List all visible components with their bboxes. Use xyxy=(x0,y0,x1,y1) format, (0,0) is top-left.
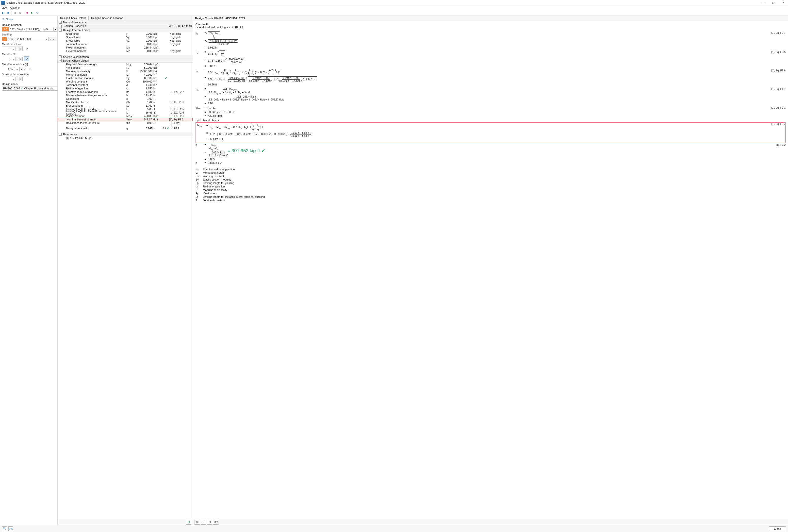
chapter-label: Chapter F xyxy=(196,23,786,26)
table-row: Shear forceVz0.000kipNegligible xyxy=(58,39,193,42)
toolbar: ◧ ▣ ⊞ ⊟ ◉ ◐ ⟲ xyxy=(0,10,788,16)
check-icon: ✓ xyxy=(167,126,170,130)
rtool-2[interactable]: ≡ xyxy=(201,520,206,525)
collapse-icon[interactable]: − xyxy=(59,28,62,32)
table-row: Plastic momentMp,y420.83kipft[1], Eq. F2… xyxy=(58,114,193,118)
section-section-properties[interactable]: + Section Properties W 18x50 | AISC 16 xyxy=(58,24,193,28)
tool-icon-3[interactable]: ⊞ xyxy=(13,11,18,15)
glossary-row: FyYield stress xyxy=(196,192,786,195)
excel-export-button[interactable]: ⊞ xyxy=(186,520,191,525)
expand-icon[interactable]: + xyxy=(59,21,62,24)
member-no-combo[interactable]: 1 ⌄ xyxy=(2,57,16,61)
close-window-button[interactable]: ✕ xyxy=(778,0,788,5)
foot-icon-1[interactable]: 🔍 xyxy=(2,526,7,531)
table-row: Required flexural strengthMr,y266.44kipf… xyxy=(58,63,193,66)
window-title: Design Check Details | Members | Steel D… xyxy=(6,1,85,4)
design-check-label: Design check xyxy=(2,82,55,85)
ms-prev-button[interactable]: ◂ xyxy=(16,46,19,51)
design-situation-label: Design Situation xyxy=(2,23,55,26)
sp-prev-button[interactable]: ◂ xyxy=(16,77,19,81)
section-design-check-values[interactable]: − Design Check Values xyxy=(58,59,193,63)
titlebar: Design Check Details | Members | Steel D… xyxy=(0,0,788,5)
glossary-row: LpLimiting length for yielding xyxy=(196,181,786,185)
stress-point-label: Stress point of section xyxy=(2,73,55,76)
rtool-1[interactable]: ⊞ xyxy=(195,520,200,525)
chevron-down-icon: ⌄ xyxy=(49,28,53,31)
tool-icon-4[interactable]: ⊟ xyxy=(18,11,22,15)
section-references[interactable]: − References xyxy=(58,133,193,136)
tool-icon-7[interactable]: ⟲ xyxy=(35,11,39,15)
glossary-row: EModulus of elasticity xyxy=(196,188,786,192)
load-next-button[interactable]: ▸ xyxy=(52,37,55,41)
minimize-button[interactable]: — xyxy=(759,0,768,5)
app-icon xyxy=(1,1,5,5)
print-button[interactable]: 🖶▾ xyxy=(213,520,218,525)
menu-view[interactable]: View xyxy=(1,6,7,9)
chevron-down-icon: ⌄ xyxy=(12,77,16,80)
mn-next-button[interactable]: ▸ xyxy=(19,57,23,61)
section-design-internal-forces[interactable]: − Design Internal Forces xyxy=(58,28,193,32)
glossary-row: LrLimiting length for inelastic lateral-… xyxy=(196,195,786,198)
ms-pick-icon[interactable]: ↗ xyxy=(24,46,29,51)
maximize-button[interactable]: ▢ xyxy=(768,0,778,5)
table-row: Yield stressFy50.000ksi xyxy=(58,66,193,70)
mid-bottom-toolbar: ⊞ xyxy=(58,519,193,525)
ml-link-icon[interactable]: x|x xyxy=(27,66,33,72)
ml-prev-button[interactable]: ◂ xyxy=(19,67,23,71)
rtool-3[interactable]: ⊟ xyxy=(207,520,212,525)
right-panel: Design Check FF4100 | AISC 360 | 2022 Ch… xyxy=(193,16,788,525)
to-show-header: To Show xyxy=(2,17,55,22)
stress-point-combo[interactable]: -- ⌄ xyxy=(2,77,16,81)
table-row: Flexural momentMz0.00kipftNegligible xyxy=(58,49,193,53)
expand-icon[interactable]: + xyxy=(59,25,62,28)
ratio-row: Design check ratio η 0.865 -- ≤ 1 ✓ [1],… xyxy=(58,126,193,130)
collapse-icon[interactable]: − xyxy=(59,133,62,136)
mid-tabs: Design Check Details Design Checks in Lo… xyxy=(58,16,193,20)
tab-design-checks-in-location[interactable]: Design Checks in Location xyxy=(88,16,126,20)
menu-options[interactable]: Options xyxy=(11,6,20,9)
glossary-row: JTorsional constant xyxy=(196,198,786,202)
left-panel: To Show Design Situation 2.3 DS2 - Secti… xyxy=(0,16,58,525)
collapse-icon[interactable]: − xyxy=(59,59,62,62)
table-row: Elastic section modulusSy88.900in³✓ xyxy=(58,76,193,80)
member-loc-label: Member location x [ft] xyxy=(2,63,55,66)
foot-icon-2[interactable]: 0,00 xyxy=(8,526,13,531)
tool-icon-5[interactable]: ◉ xyxy=(25,11,29,15)
ms-next-button[interactable]: ▸ xyxy=(19,46,23,51)
glossary-row: rtsEffective radius of gyration xyxy=(196,168,786,171)
design-check-combo[interactable]: FF4100 0.865 ✓ Chapter F | Lateral-torsi… xyxy=(2,86,58,91)
member-set-label: Member Set No. xyxy=(2,43,55,45)
ds-prev-button[interactable]: ◂ xyxy=(54,27,57,32)
right-body: Chapter F Lateral-torsional buckling acc… xyxy=(193,21,788,519)
mn-pick-icon[interactable]: ↗ xyxy=(24,56,29,61)
toolbar-separator xyxy=(12,11,12,15)
table-row: Flexural momentMy266.44kipft xyxy=(58,46,193,49)
table-row: Nominal flexural strengthMn,y342.17kipft… xyxy=(58,118,193,121)
tab-design-check-details[interactable]: Design Check Details xyxy=(58,16,88,20)
right-header: Design Check FF4100 | AISC 360 | 2022 xyxy=(193,16,788,21)
section-material-properties[interactable]: + Material Properties xyxy=(58,20,193,24)
mn-prev-button[interactable]: ◂ xyxy=(16,57,19,61)
member-set-combo[interactable]: -- ⌄ xyxy=(2,46,16,51)
tool-icon-1[interactable]: ◧ xyxy=(1,11,5,15)
design-situation-combo[interactable]: 2.3 DS2 - Section 2.3 (LRFD), 1. to 5. ⌄ xyxy=(2,27,53,32)
glossary-row: rzRadius of gyration xyxy=(196,185,786,188)
tool-icon-2[interactable]: ▣ xyxy=(6,11,11,15)
annotation-result: = 307.953 kip-ft ✔ xyxy=(228,148,265,154)
reference-row: [1] ANSI/AISC 360-22 xyxy=(58,136,193,140)
table-row: Warping constantCw3040.00in⁶ xyxy=(58,80,193,83)
ml-next-button[interactable]: ▸ xyxy=(23,67,26,71)
right-bottom-toolbar: ⊞ ≡ ⊟ 🖶▾ xyxy=(193,519,788,525)
sp-next-button[interactable]: ▸ xyxy=(19,77,23,81)
table-row: Braced lengthLb11.67ft xyxy=(58,104,193,107)
section-classification[interactable]: + Section Classification xyxy=(58,55,193,59)
tool-icon-6[interactable]: ◐ xyxy=(30,11,35,15)
member-loc-combo[interactable]: 17.50 ⌄ xyxy=(2,67,19,71)
load-prev-button[interactable]: ◂ xyxy=(49,37,52,41)
glossary-row: IzMoment of inertia xyxy=(196,171,786,174)
close-button[interactable]: Close xyxy=(769,526,786,531)
loading-combo[interactable]: 2 CO6 - 1.20D + 1.60L ⌄ xyxy=(2,37,48,41)
expand-icon[interactable]: + xyxy=(59,55,62,58)
table-row: Torsional constantJ1.240in⁴ xyxy=(58,83,193,87)
highlighted-formula: Mn,y= Cb · [ Mp,y − (Mp,y − 0.7 · Fy · S… xyxy=(196,122,786,143)
